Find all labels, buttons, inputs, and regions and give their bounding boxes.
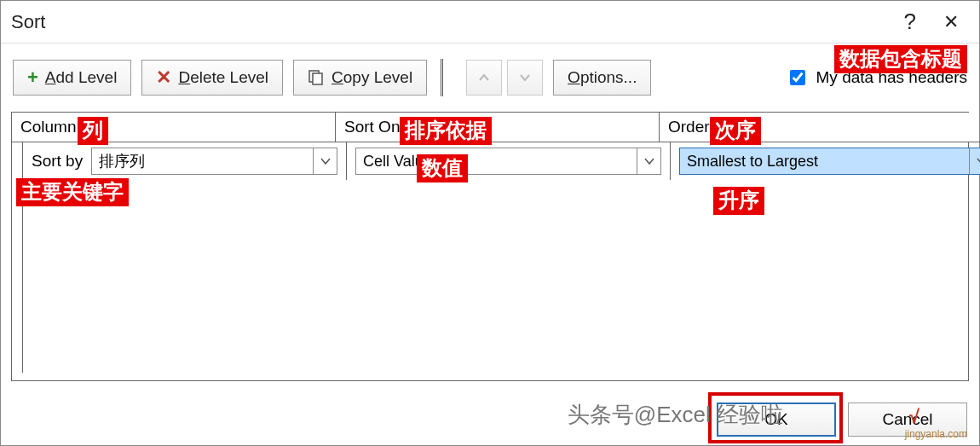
sort-on-header: Sort On (336, 113, 660, 142)
options-button[interactable]: Options... (553, 60, 651, 96)
toolbar: + Add Level ✕ Delete Level Copy Level Op… (1, 43, 979, 112)
ok-button[interactable]: OK (717, 403, 836, 437)
chevron-up-icon (478, 72, 490, 84)
order-dropdown-value: Smallest to Largest (687, 153, 818, 171)
sort-row: Sort by 排序列 Cell Values Sma (22, 142, 958, 373)
dialog-title: Sort (11, 11, 904, 33)
separator (441, 59, 444, 96)
chevron-down-icon (519, 72, 531, 84)
move-down-button[interactable] (507, 60, 543, 96)
close-icon[interactable]: ✕ (943, 11, 959, 33)
move-up-button[interactable] (466, 60, 502, 96)
svg-rect-1 (313, 73, 322, 84)
title-controls: ? ✕ (904, 9, 959, 35)
sort-by-label: Sort by (32, 152, 83, 171)
column-header: Column (12, 113, 336, 142)
move-buttons (466, 60, 543, 96)
copy-level-label: Copy Level (331, 68, 412, 87)
column-dropdown[interactable]: 排序列 (91, 148, 337, 175)
order-cell: Smallest to Largest (671, 142, 980, 180)
sort-on-dropdown[interactable]: Cell Values (355, 148, 661, 175)
x-icon: ✕ (156, 67, 171, 89)
chevron-down-icon (313, 148, 337, 174)
options-label: Options... (568, 68, 637, 87)
chevron-down-icon (969, 148, 980, 174)
add-level-button[interactable]: + Add Level (13, 60, 131, 96)
sort-on-dropdown-value: Cell Values (363, 153, 440, 171)
order-header: Order (660, 113, 980, 142)
column-dropdown-value: 排序列 (99, 151, 145, 171)
delete-level-label: Delete Level (178, 68, 268, 87)
headers-label: My data has headers (816, 68, 967, 87)
copy-level-button[interactable]: Copy Level (293, 60, 427, 96)
copy-icon (308, 69, 325, 86)
grid-header-row: Column Sort On Order (11, 112, 969, 142)
sort-dialog: Sort ? ✕ + Add Level ✕ Delete Level Copy… (0, 0, 980, 446)
delete-level-button[interactable]: ✕ Delete Level (141, 60, 283, 96)
help-icon[interactable]: ? (904, 9, 916, 35)
order-dropdown[interactable]: Smallest to Largest (679, 148, 980, 175)
sort-by-cell: Sort by 排序列 (23, 142, 347, 180)
sort-on-cell: Cell Values (347, 142, 671, 180)
headers-checkbox-group[interactable]: My data has headers (787, 67, 967, 88)
chevron-down-icon (637, 148, 660, 174)
grid-body: Sort by 排序列 Cell Values Sma (11, 142, 969, 381)
add-level-label: Add Level (45, 68, 118, 87)
headers-checkbox[interactable] (790, 70, 805, 85)
plus-icon: + (27, 67, 38, 89)
titlebar: Sort ? ✕ (1, 1, 979, 43)
dialog-footer: OK Cancel (717, 403, 967, 437)
cancel-button[interactable]: Cancel (848, 403, 967, 437)
